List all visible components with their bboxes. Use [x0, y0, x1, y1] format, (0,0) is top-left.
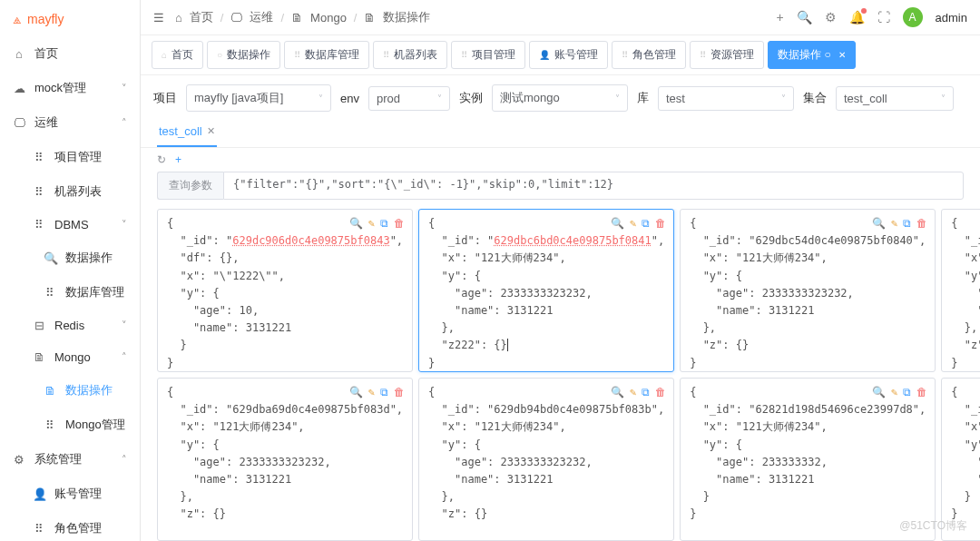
- chevron-icon: ˄: [122, 454, 127, 466]
- sidebar-item-5[interactable]: ⠿DBMS˅: [0, 209, 140, 241]
- fullscreen-icon[interactable]: ⛶: [877, 10, 890, 25]
- delete-icon[interactable]: 🗑: [655, 215, 666, 232]
- breadcrumb-item[interactable]: 数据操作: [383, 9, 430, 25]
- tab-icon: ⠿: [383, 50, 389, 60]
- result-card-2[interactable]: 🔍✎⧉🗑{ "_id": "629dbc54d0c4e09875bf0840",…: [680, 209, 936, 372]
- project-select[interactable]: mayfly [java项目]˅: [186, 84, 331, 112]
- sidebar-item-4[interactable]: ⠿机器列表: [0, 174, 140, 209]
- notification-icon[interactable]: 🔔: [849, 10, 865, 25]
- close-icon[interactable]: ✕: [207, 125, 215, 137]
- result-card-5[interactable]: 🔍✎⧉🗑{ "_id": "629db94bd0c4e09875bf083b",…: [418, 378, 674, 541]
- add-icon[interactable]: +: [175, 153, 181, 166]
- copy-icon[interactable]: ⧉: [903, 384, 911, 401]
- view-icon[interactable]: 🔍: [349, 384, 363, 401]
- inner-tab-collection[interactable]: test_coll✕: [157, 121, 217, 147]
- edit-icon[interactable]: ✎: [891, 384, 897, 401]
- main-area: ☰ ⌂首页/🖵运维/🗎Mongo/🗎数据操作 + 🔍 ⚙ 🔔 ⛶ A admin…: [141, 0, 980, 541]
- sidebar-item-3[interactable]: ⠿项目管理: [0, 140, 140, 174]
- delete-icon[interactable]: 🗑: [394, 384, 405, 401]
- tab-6[interactable]: ⠿角色管理: [612, 41, 686, 69]
- breadcrumb-item[interactable]: 首页: [190, 9, 213, 25]
- delete-icon[interactable]: 🗑: [394, 215, 405, 232]
- sidebar-item-10[interactable]: 🗎数据操作: [0, 373, 140, 408]
- menu-icon: 🖵: [13, 116, 25, 130]
- tab-4[interactable]: ⠿项目管理: [451, 41, 525, 69]
- env-select[interactable]: prod˅: [368, 86, 450, 111]
- edit-icon[interactable]: ✎: [891, 215, 897, 232]
- project-label: 项目: [153, 90, 177, 106]
- chevron-icon: ˅: [122, 219, 127, 231]
- view-icon[interactable]: 🔍: [872, 215, 886, 232]
- copy-icon[interactable]: ⧉: [642, 384, 650, 401]
- result-card-6[interactable]: 🔍✎⧉🗑{ "_id": "62821d198d54696ce23997d8",…: [680, 378, 936, 541]
- menu-icon: ⠿: [33, 185, 45, 199]
- tab-1[interactable]: ○数据操作: [207, 41, 280, 69]
- menu-icon: 🔍: [44, 251, 56, 265]
- menu-label: 机器列表: [54, 183, 102, 200]
- hamburger-icon[interactable]: ☰: [153, 11, 164, 25]
- instance-select[interactable]: 测试mongo˅: [492, 84, 628, 112]
- copy-icon[interactable]: ⧉: [380, 384, 388, 401]
- watermark: @51CTO博客: [899, 518, 967, 534]
- edit-icon[interactable]: ✎: [368, 215, 375, 232]
- sidebar-item-0[interactable]: ⌂首页: [0, 36, 140, 71]
- coll-select[interactable]: test_coll˅: [836, 86, 954, 111]
- copy-icon[interactable]: ⧉: [380, 215, 388, 232]
- close-icon[interactable]: ✕: [838, 50, 846, 60]
- edit-icon[interactable]: ✎: [368, 384, 375, 401]
- sidebar-item-12[interactable]: ⚙系统管理˄: [0, 442, 140, 477]
- result-card-7[interactable]: 🔍✎⧉🗑{ "_id": "6282062a075a22095b0733f0",…: [941, 378, 980, 541]
- view-icon[interactable]: 🔍: [611, 215, 624, 232]
- search-icon[interactable]: 🔍: [797, 10, 812, 25]
- result-card-4[interactable]: 🔍✎⧉🗑{ "_id": "629dba69d0c4e09875bf083d",…: [157, 378, 413, 541]
- breadcrumb-item[interactable]: Mongo: [310, 11, 347, 25]
- edit-icon[interactable]: ✎: [630, 384, 636, 401]
- card-actions: 🔍✎⧉🗑: [349, 384, 405, 401]
- tab-8[interactable]: 数据操作 ○✕: [768, 41, 856, 69]
- refresh-icon[interactable]: ↻: [157, 153, 166, 166]
- sidebar-item-13[interactable]: 👤账号管理: [0, 477, 140, 511]
- tab-3[interactable]: ⠿机器列表: [373, 41, 447, 69]
- query-input[interactable]: {"filter":"{}","sort":"{\"_id\": -1}","s…: [223, 172, 964, 200]
- breadcrumb-item[interactable]: 运维: [250, 9, 273, 25]
- sidebar-item-9[interactable]: 🗎Mongo˄: [0, 341, 140, 373]
- tab-0[interactable]: ⌂首页: [152, 41, 203, 69]
- copy-icon[interactable]: ⧉: [642, 215, 650, 232]
- tab-2[interactable]: ⠿数据库管理: [284, 41, 369, 69]
- plus-icon[interactable]: +: [776, 10, 783, 25]
- logo[interactable]: ⟁ mayfly: [0, 0, 140, 36]
- avatar[interactable]: A: [903, 7, 923, 27]
- view-icon[interactable]: 🔍: [349, 215, 363, 232]
- sidebar-item-7[interactable]: ⠿数据库管理: [0, 275, 140, 310]
- sidebar-item-14[interactable]: ⠿角色管理: [0, 511, 140, 541]
- sidebar-item-6[interactable]: 🔍数据操作: [0, 241, 140, 275]
- username[interactable]: admin: [936, 11, 967, 25]
- sidebar-item-11[interactable]: ⠿Mongo管理: [0, 408, 140, 442]
- edit-icon[interactable]: ✎: [630, 215, 636, 232]
- copy-icon[interactable]: ⧉: [903, 215, 911, 232]
- filters-row: 项目 mayfly [java项目]˅ env prod˅ 实例 测试mongo…: [141, 75, 980, 121]
- inner-tabs: test_coll✕: [141, 121, 980, 148]
- menu-icon: ☁: [13, 82, 25, 95]
- chevron-icon: ˅: [122, 83, 127, 94]
- menu-label: 运维: [34, 114, 58, 131]
- delete-icon[interactable]: 🗑: [916, 384, 927, 401]
- view-icon[interactable]: 🔍: [872, 384, 886, 401]
- tab-label: 资源管理: [710, 47, 754, 63]
- tab-5[interactable]: 👤账号管理: [529, 41, 608, 69]
- sidebar-item-2[interactable]: 🖵运维˄: [0, 105, 140, 140]
- sidebar-item-1[interactable]: ☁mock管理˅: [0, 71, 140, 105]
- delete-icon[interactable]: 🗑: [916, 215, 927, 232]
- settings-icon[interactable]: ⚙: [825, 10, 837, 25]
- result-card-1[interactable]: 🔍✎⧉🗑{ "_id": "629dbc6bd0c4e09875bf0841",…: [418, 209, 674, 372]
- tab-7[interactable]: ⠿资源管理: [690, 41, 764, 69]
- db-select[interactable]: test˅: [658, 86, 794, 111]
- result-card-3[interactable]: 🔍✎⧉🗑{ "_id": "629dba9ed0c4e09875bf083f",…: [941, 209, 980, 372]
- menu-label: 账号管理: [54, 486, 102, 502]
- delete-icon[interactable]: 🗑: [655, 384, 666, 401]
- sidebar-item-8[interactable]: ⊟Redis˅: [0, 310, 140, 341]
- view-icon[interactable]: 🔍: [611, 384, 624, 401]
- sidebar-menu: ⌂首页☁mock管理˅🖵运维˄⠿项目管理⠿机器列表⠿DBMS˅🔍数据操作⠿数据库…: [0, 36, 140, 541]
- result-card-0[interactable]: 🔍✎⧉🗑{ "_id": "629dc906d0c4e09875bf0843",…: [157, 209, 413, 372]
- tab-icon: 👤: [539, 50, 550, 60]
